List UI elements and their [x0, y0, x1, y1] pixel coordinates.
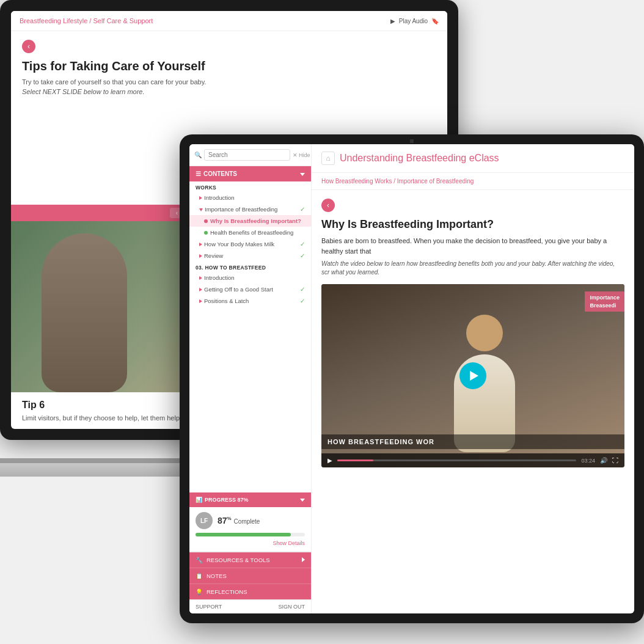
sidebar-item-importance[interactable]: Importance of Breastfeeding ✓ [189, 203, 311, 215]
video-controls: ▶ 03:24 🔊 ⛶ [321, 453, 624, 467]
sidebar-footer: SUPPORT SIGN OUT [189, 599, 311, 613]
badge-line1: Importance [590, 294, 620, 302]
tools-icon: 🔧 [196, 557, 203, 563]
hide-button[interactable]: ✕ Hide [293, 152, 310, 158]
resources-tools-button[interactable]: 🔧 RESOURCES & TOOLS [189, 552, 311, 568]
contents-label: CONTENTS [203, 170, 237, 177]
laptop-subtitle: Try to take care of yourself so that you… [22, 78, 436, 86]
hide-label: Hide [299, 152, 310, 158]
x-icon: ✕ [293, 152, 298, 158]
tablet-screen: 🔍 ✕ Hide ☰ CONTENTS [189, 144, 634, 613]
sign-out-link[interactable]: SIGN OUT [278, 604, 305, 610]
check-icon-importance: ✓ [300, 206, 305, 213]
video-progress-bar[interactable] [337, 459, 576, 461]
main-body: ‹ Why Is Breastfeeding Important? Babies… [312, 190, 634, 613]
video-time: 03:24 [581, 458, 595, 464]
sidebar-item-introduction2[interactable]: Introduction [189, 272, 311, 284]
breadcrumb-link[interactable]: Importance of Breastfeeding [397, 178, 474, 185]
reflections-icon: 💡 [196, 588, 203, 595]
laptop-header: Breastfeeding Lifestyle / Self Care & Su… [11, 11, 447, 31]
bottom-nav: 🔧 RESOURCES & TOOLS 📋 NOTES 💡 REFLECTION… [189, 552, 311, 599]
laptop-audio[interactable]: ▶ Play Audio 🔖 [390, 18, 439, 24]
progress-icon: 📊 [196, 497, 202, 503]
progress-body: LF 87% Complete Show Details [189, 507, 311, 552]
sidebar-item-review[interactable]: Review ✓ [189, 250, 311, 262]
play-pause-icon[interactable]: ▶ [327, 457, 332, 464]
video-player[interactable]: Importance Breaseedi HOW BREASTFEEDING W… [321, 284, 624, 467]
tablet-main-content: ⌂ Understanding Breastfeeding eClass How… [312, 144, 634, 613]
tablet-device: 🔍 ✕ Hide ☰ CONTENTS [180, 134, 644, 623]
progress-label: PROGRESS 87% [205, 497, 249, 503]
woman1-silhouette [42, 233, 127, 392]
sidebar-item-positions[interactable]: Positions & Latch ✓ [189, 295, 311, 307]
sidebar-search-area: 🔍 ✕ Hide [189, 144, 311, 166]
main-back-button[interactable]: ‹ [321, 199, 335, 212]
person-head [466, 315, 503, 351]
section-works-label: WORKS [189, 181, 311, 192]
laptop-title: Tips for Taking Care of Yourself [22, 59, 436, 73]
sidebar-item-how-body[interactable]: How Your Body Makes Milk ✓ [189, 238, 311, 250]
sidebar-menu: WORKS Introduction Importance of Breastf… [189, 181, 311, 492]
notes-button[interactable]: 📋 NOTES [189, 568, 311, 584]
progress-user: LF 87% Complete [196, 512, 305, 529]
article-italic: Watch the video below to learn how breas… [321, 260, 624, 277]
search-icon: 🔍 [194, 152, 202, 158]
progress-pct: 87% [218, 516, 234, 525]
laptop-breadcrumb-link[interactable]: Self Care & Support [93, 17, 153, 24]
chevron-down-icon-progress [300, 497, 305, 503]
laptop-back-button[interactable]: ‹ [22, 40, 35, 53]
sidebar-item-getting-off[interactable]: Getting Off to a Good Start ✓ [189, 284, 311, 295]
progress-bar [196, 533, 305, 536]
resources-label: RESOURCES & TOOLS [207, 557, 270, 563]
fullscreen-icon[interactable]: ⛶ [612, 457, 618, 464]
contents-header[interactable]: ☰ CONTENTS [189, 166, 311, 181]
article-title: Why Is Breastfeeding Important? [321, 218, 624, 231]
progress-bar-fill [196, 533, 291, 536]
home-icon[interactable]: ⌂ [321, 152, 335, 165]
section-howto-label: 03. HOW TO BREASTFEED [189, 262, 311, 272]
check-icon-getting-off: ✓ [300, 286, 305, 293]
tablet-sidebar: 🔍 ✕ Hide ☰ CONTENTS [189, 144, 312, 613]
tablet-camera [410, 139, 414, 143]
bookmark-icon: 🔖 [431, 18, 439, 24]
sidebar-item-health-benefits[interactable]: Health Benefits of Breastfeeding [189, 227, 311, 238]
notes-icon: 📋 [196, 573, 203, 579]
search-input[interactable] [204, 149, 290, 161]
check-icon-how-body: ✓ [300, 241, 305, 247]
scene: Breastfeeding Lifestyle / Self Care & Su… [0, 0, 644, 644]
video-title-text: HOW BREASTFEEDING WOR [327, 438, 618, 445]
progress-header[interactable]: 📊 PROGRESS 87% [189, 492, 311, 507]
reflections-label: REFLECTIONS [207, 588, 247, 595]
tablet-body: 🔍 ✕ Hide ☰ CONTENTS [180, 134, 644, 623]
complete-label: Complete [234, 518, 260, 525]
volume-icon[interactable]: 🔊 [600, 457, 607, 464]
check-icon-positions: ✓ [300, 298, 305, 304]
main-breadcrumb: How Breastfeeding Works / Importance of … [312, 173, 634, 190]
arrow-right-icon [302, 557, 305, 563]
chevron-down-icon [300, 170, 305, 177]
support-link[interactable]: SUPPORT [196, 604, 222, 610]
play-triangle-icon [470, 371, 478, 381]
sidebar-item-why[interactable]: Why Is Breastfeeding Important? [189, 215, 311, 227]
badge-line2: Breaseedi [590, 302, 620, 310]
avatar: LF [196, 512, 213, 529]
notes-label: NOTES [207, 573, 227, 579]
reflections-button[interactable]: 💡 REFLECTIONS [189, 584, 311, 599]
play-icon: ▶ [390, 18, 395, 24]
laptop-breadcrumb: Breastfeeding Lifestyle / Self Care & Su… [20, 17, 153, 24]
laptop-instruction: Select NEXT SLIDE below to learn more. [22, 88, 436, 95]
laptop-breadcrumb-prefix: Breastfeeding Lifestyle / [20, 17, 91, 24]
breadcrumb-prefix: How Breastfeeding Works / [321, 178, 395, 185]
video-progress-fill [337, 459, 373, 461]
sidebar-item-introduction[interactable]: Introduction [189, 192, 311, 203]
article-text: Babies are born to breastfeed. When you … [321, 236, 624, 256]
list-icon: ☰ [196, 170, 201, 177]
show-details-button[interactable]: Show Details [196, 540, 305, 546]
main-header: ⌂ Understanding Breastfeeding eClass [312, 144, 634, 173]
main-title: Understanding Breastfeeding eClass [340, 153, 499, 164]
progress-percent-area: 87% Complete [218, 515, 260, 526]
video-badge: Importance Breaseedi [585, 291, 624, 312]
video-play-button[interactable] [459, 362, 486, 389]
laptop-audio-label: Play Audio [399, 18, 428, 24]
check-icon-review: ✓ [300, 252, 305, 259]
